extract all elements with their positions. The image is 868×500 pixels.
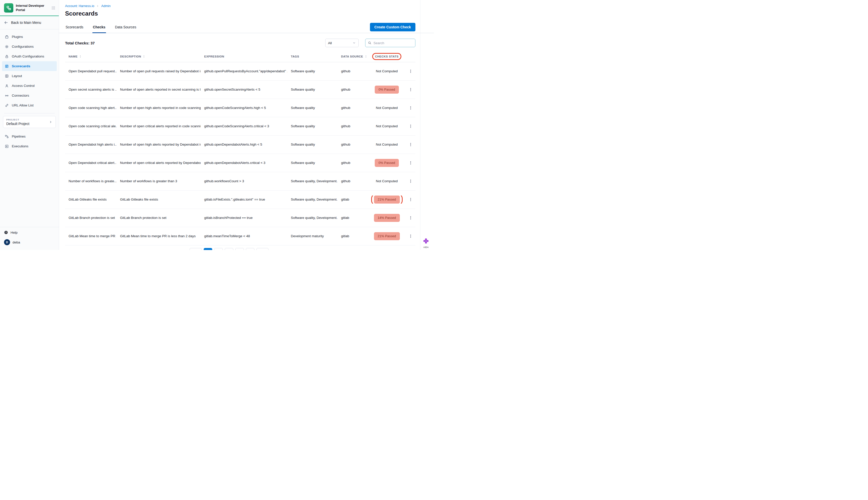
check-description: GitLab Gitleaks file exists <box>116 197 201 202</box>
tab-scorecards[interactable]: Scorecards <box>65 25 84 33</box>
table-row[interactable]: Open code scanning high alert...Number o… <box>65 99 415 117</box>
row-menu-button[interactable] <box>406 179 415 183</box>
row-menu-button[interactable] <box>406 124 415 128</box>
kebab-icon <box>409 124 413 128</box>
sidebar-item-label: Scorecards <box>12 64 30 68</box>
search-input[interactable] <box>374 41 413 45</box>
column-header-name[interactable]: NAME <box>65 55 116 58</box>
table-row[interactable]: Open Dependabot high alerts i...Number o… <box>65 136 415 154</box>
row-menu-button[interactable] <box>406 143 415 147</box>
table-row[interactable]: Number of workflows is greate...Number o… <box>65 172 415 191</box>
row-menu-button[interactable] <box>406 161 415 165</box>
pagination-page-button[interactable] <box>225 248 233 250</box>
check-description: Number of open critical alerts reported … <box>116 161 201 165</box>
pagination-page-button[interactable] <box>235 248 244 250</box>
pagination-page-button-active[interactable] <box>204 248 212 250</box>
executions-icon <box>5 144 9 148</box>
sidebar-item-pipelines[interactable]: Pipelines <box>2 132 57 141</box>
tab-checks[interactable]: Checks <box>92 25 106 33</box>
pagination-page-button[interactable] <box>214 248 223 250</box>
column-header-data-source[interactable]: DATA SOURCE <box>337 55 368 58</box>
sidebar-item-access-control[interactable]: Access Control <box>2 81 57 91</box>
column-header-description[interactable]: DESCRIPTION <box>116 55 201 58</box>
project-label: PROJECT <box>6 118 49 121</box>
table-row[interactable]: GitLab Branch protection is setGitLab Br… <box>65 209 415 227</box>
table-row[interactable]: Open Dependabot critical alert...Number … <box>65 154 415 172</box>
sidebar-header: Internal Developer Portal <box>0 0 59 16</box>
breadcrumb-admin-link[interactable]: Admin <box>101 4 111 8</box>
breadcrumb-account-link[interactable]: Account: Harness.io <box>65 4 94 8</box>
sort-icon[interactable] <box>142 55 145 58</box>
pagination-next-button[interactable] <box>256 248 268 250</box>
check-stats: 14% Passed <box>368 214 406 222</box>
table-row[interactable]: Open secret scanning alerts is ...Number… <box>65 81 415 99</box>
check-expression: github.openDependabotAlerts.high < 5 <box>201 142 287 147</box>
tab-data-sources[interactable]: Data Sources <box>114 25 137 33</box>
row-menu-button[interactable] <box>406 197 415 202</box>
row-menu-button[interactable] <box>406 69 415 73</box>
sidebar-item-layout[interactable]: Layout <box>2 71 57 81</box>
check-name: Open Dependabot pull request... <box>65 69 116 73</box>
sidebar-item-label: Access Control <box>12 84 35 88</box>
check-name: GitLab Branch protection is set <box>65 216 116 220</box>
sort-icon[interactable] <box>79 55 82 58</box>
stats-text: Not Computed <box>376 124 398 128</box>
table-row[interactable]: GitLab Mean time to merge PR ...GitLab M… <box>65 227 415 246</box>
column-header-tags: TAGS <box>287 55 337 58</box>
table-row[interactable]: Open Dependabot pull request...Number of… <box>65 62 415 81</box>
chevron-right-icon <box>49 120 53 124</box>
check-description: GitLab Branch protection is set <box>116 216 201 220</box>
right-gutter-divider <box>420 0 421 250</box>
username: deba <box>13 240 20 244</box>
check-tags: Software quality <box>287 69 337 73</box>
sort-icon[interactable] <box>365 55 367 58</box>
sidebar-item-configurations[interactable]: Configurations <box>2 42 57 52</box>
kebab-icon <box>409 161 413 165</box>
help-button[interactable]: ? Help <box>0 227 59 237</box>
check-description: Number of open alerts reported in secret… <box>116 87 201 92</box>
check-name: Number of workflows is greate... <box>65 179 116 183</box>
sidebar-item-connectors[interactable]: Connectors <box>2 91 57 100</box>
back-to-main-menu[interactable]: Back to Main Menu <box>0 16 59 30</box>
check-stats: Not Computed <box>368 69 406 73</box>
help-icon: ? <box>4 230 8 235</box>
search-icon <box>368 41 371 45</box>
check-tags: Software quality <box>287 161 337 165</box>
pagination-page-button[interactable] <box>246 248 254 250</box>
project-selector[interactable]: PROJECT Default Project <box>3 116 56 128</box>
sidebar-item-label: Pipelines <box>12 135 26 138</box>
kebab-icon <box>409 88 413 92</box>
aida-widget[interactable]: AIDA <box>420 237 432 249</box>
check-name: Open Dependabot critical alert... <box>65 161 116 165</box>
sidebar-item-oauth-configurations[interactable]: OAuth Configurations <box>2 52 57 61</box>
row-menu-button[interactable] <box>406 88 415 92</box>
sidebar-item-executions[interactable]: Executions <box>2 141 57 151</box>
check-data-source: github <box>337 161 368 165</box>
project-name: Default Project <box>6 122 49 126</box>
user-menu[interactable]: D deba <box>0 237 59 248</box>
toolbar-right: All <box>325 39 415 47</box>
sidebar-item-scorecards[interactable]: Scorecards <box>2 61 57 71</box>
check-data-source: github <box>337 179 368 183</box>
check-data-source: gitlab <box>337 234 368 238</box>
check-tags: Software quality, Development... <box>287 179 337 183</box>
apps-grid-icon[interactable] <box>52 6 55 10</box>
row-menu-button[interactable] <box>406 106 415 110</box>
check-name: GitLab Gitleaks file exists <box>65 197 116 202</box>
pagination-prev-button[interactable] <box>190 248 202 250</box>
row-menu-button[interactable] <box>406 216 415 220</box>
chevron-down-icon <box>352 41 356 45</box>
pagination <box>190 248 268 250</box>
row-menu-button[interactable] <box>406 234 415 238</box>
sidebar-item-url-allow-list[interactable]: URL Allow List <box>2 100 57 110</box>
filter-dropdown[interactable]: All <box>325 39 359 47</box>
check-expression: github.openSecretScanningAlerts < 5 <box>201 87 287 92</box>
stats-badge: 21% Passed <box>374 195 400 204</box>
table-row[interactable]: GitLab Gitleaks file existsGitLab Gitlea… <box>65 191 415 209</box>
table-row[interactable]: Open code scanning critical ale...Number… <box>65 117 415 136</box>
help-label: Help <box>11 231 18 235</box>
stats-text: Not Computed <box>376 142 398 147</box>
sidebar-item-plugins[interactable]: Plugins <box>2 32 57 42</box>
create-custom-check-button[interactable]: Create Custom Check <box>370 23 416 31</box>
tab-bar: ScorecardsChecksData Sources Create Cust… <box>59 21 434 33</box>
